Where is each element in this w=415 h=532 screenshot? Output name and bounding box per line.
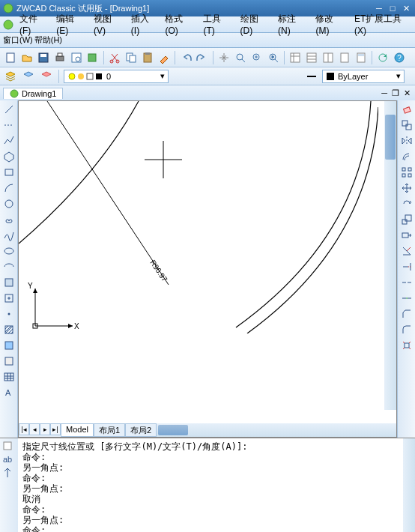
- tab-next-icon[interactable]: ▸: [40, 423, 50, 435]
- new-icon[interactable]: [3, 50, 18, 65]
- menu-draw[interactable]: 绘图(D): [236, 11, 272, 37]
- layer-selector[interactable]: 0 ▾: [64, 70, 169, 83]
- tab-first-icon[interactable]: |◂: [19, 423, 29, 435]
- app-menu-icon[interactable]: [3, 19, 13, 30]
- menu-format[interactable]: 格式(O): [160, 11, 197, 37]
- polyline-icon[interactable]: [1, 133, 16, 148]
- design-center-icon[interactable]: [304, 50, 319, 65]
- circle-icon[interactable]: [1, 196, 16, 211]
- stretch-icon[interactable]: [399, 228, 414, 243]
- line-icon[interactable]: [1, 102, 16, 117]
- sheet-icon[interactable]: [337, 50, 352, 65]
- save-icon[interactable]: [36, 50, 51, 65]
- menu-edit[interactable]: 编辑(E): [52, 11, 88, 37]
- region-icon[interactable]: [1, 354, 16, 369]
- menu-window[interactable]: 窗口(W): [3, 34, 33, 46]
- construction-line-icon[interactable]: [1, 118, 16, 133]
- drawing-canvas[interactable]: R96.97 Y X: [19, 101, 396, 423]
- zoom-window-icon[interactable]: [249, 50, 264, 65]
- paste-icon[interactable]: [140, 50, 155, 65]
- copy-obj-icon[interactable]: [399, 118, 414, 133]
- tool-palette-icon[interactable]: [321, 50, 336, 65]
- help-icon[interactable]: ?: [392, 50, 407, 65]
- make-block-icon[interactable]: [1, 291, 16, 306]
- point-icon[interactable]: [1, 306, 16, 321]
- match-icon[interactable]: [157, 50, 172, 65]
- layer-manager-icon[interactable]: [3, 69, 18, 84]
- menu-dimension[interactable]: 标注(N): [273, 11, 309, 37]
- refresh-icon[interactable]: [375, 50, 390, 65]
- menu-tools[interactable]: 工具(T): [199, 11, 234, 37]
- cmd-tool-1-icon[interactable]: [1, 440, 16, 452]
- layer-prev-icon[interactable]: [21, 69, 36, 84]
- vertical-scrollbar[interactable]: [384, 101, 396, 410]
- array-icon[interactable]: [399, 165, 414, 180]
- svg-rect-5: [56, 56, 64, 61]
- layer-states-icon[interactable]: [39, 69, 54, 84]
- move-icon[interactable]: [399, 181, 414, 196]
- doc-restore-icon[interactable]: ❐: [390, 88, 401, 98]
- spline-icon[interactable]: [1, 228, 16, 243]
- svg-point-33: [10, 90, 18, 97]
- publish-icon[interactable]: [85, 50, 100, 65]
- cmd-tool-2-icon[interactable]: ab: [1, 453, 16, 465]
- trim-icon[interactable]: [399, 244, 414, 259]
- break-icon[interactable]: [399, 275, 414, 290]
- mtext-icon[interactable]: A: [1, 385, 16, 400]
- horizontal-scrollbar[interactable]: [157, 423, 396, 437]
- redo-icon[interactable]: [195, 50, 210, 65]
- join-icon[interactable]: [399, 291, 414, 306]
- ellipse-arc-icon[interactable]: [1, 259, 16, 274]
- layout2-tab[interactable]: 布局2: [125, 423, 157, 437]
- rectangle-icon[interactable]: [1, 165, 16, 180]
- tab-prev-icon[interactable]: ◂: [29, 423, 40, 435]
- ellipse-icon[interactable]: [1, 244, 16, 259]
- menu-file[interactable]: 文件(F): [15, 11, 50, 37]
- insert-block-icon[interactable]: [1, 275, 16, 290]
- calc-icon[interactable]: [354, 50, 369, 65]
- undo-icon[interactable]: [178, 50, 193, 65]
- doc-minimize-icon[interactable]: ─: [380, 88, 389, 98]
- table-icon[interactable]: [1, 369, 16, 384]
- polygon-icon[interactable]: [1, 149, 16, 164]
- zoom-previous-icon[interactable]: [266, 50, 281, 65]
- extend-icon[interactable]: [399, 259, 414, 274]
- revcloud-icon[interactable]: [1, 212, 16, 227]
- properties-icon[interactable]: [288, 50, 303, 65]
- model-tab[interactable]: Model: [61, 423, 94, 437]
- svg-point-1: [4, 20, 13, 29]
- fillet-icon[interactable]: [399, 322, 414, 337]
- rotate-icon[interactable]: [399, 196, 414, 211]
- scale-icon[interactable]: [399, 212, 414, 227]
- tab-last-icon[interactable]: ▸|: [50, 423, 61, 435]
- layout1-tab[interactable]: 布局1: [94, 423, 125, 437]
- cut-icon[interactable]: [107, 50, 122, 65]
- explode-icon[interactable]: [399, 338, 414, 353]
- print-icon[interactable]: [52, 50, 67, 65]
- arc-icon[interactable]: [1, 181, 16, 196]
- menu-view[interactable]: 视图(V): [89, 11, 125, 37]
- print-preview-icon[interactable]: [69, 50, 84, 65]
- layer-toolbar: 0 ▾ ByLayer ▾: [0, 67, 415, 85]
- linetype-icon[interactable]: [304, 69, 319, 84]
- menu-insert[interactable]: 插入(I): [127, 11, 160, 37]
- gradient-icon[interactable]: [1, 338, 16, 353]
- chamfer-icon[interactable]: [399, 306, 414, 321]
- cmd-tool-3-icon[interactable]: [1, 467, 16, 479]
- erase-icon[interactable]: [399, 102, 414, 117]
- menu-ettools[interactable]: ET扩展工具(X): [350, 11, 412, 37]
- menu-help[interactable]: 帮助(H): [34, 34, 62, 46]
- mirror-icon[interactable]: [399, 133, 414, 148]
- doc-close-icon[interactable]: ✕: [402, 88, 412, 98]
- zoom-realtime-icon[interactable]: [233, 50, 248, 65]
- document-tab[interactable]: Drawing1: [3, 88, 63, 99]
- offset-icon[interactable]: [399, 149, 414, 164]
- menu-modify[interactable]: 修改(M): [311, 11, 348, 37]
- svg-rect-52: [408, 174, 411, 177]
- color-selector[interactable]: ByLayer ▾: [322, 70, 405, 83]
- open-icon[interactable]: [19, 50, 34, 65]
- pan-icon[interactable]: [216, 50, 231, 65]
- copy-icon[interactable]: [124, 50, 139, 65]
- hatch-icon[interactable]: [1, 322, 16, 337]
- command-scrollbar[interactable]: [403, 438, 415, 532]
